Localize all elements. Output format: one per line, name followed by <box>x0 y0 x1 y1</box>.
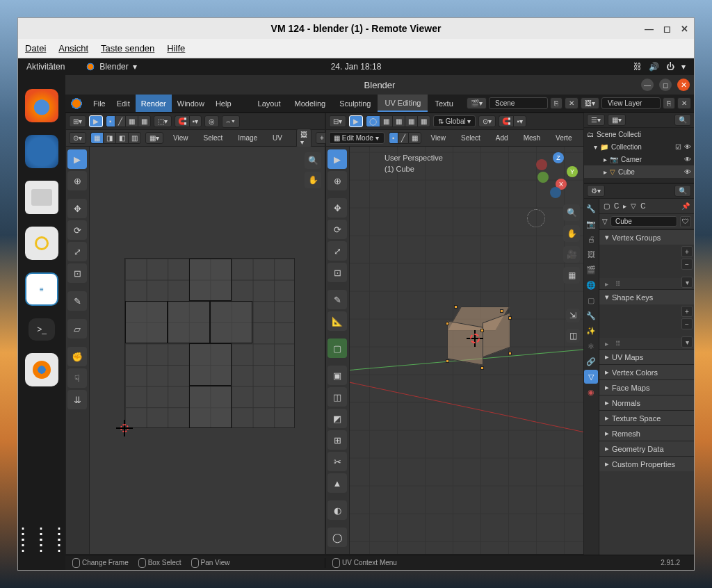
snap-mode-dropdown[interactable]: ▪▾ <box>189 115 202 127</box>
tool-annotate[interactable]: ✎ <box>67 291 87 311</box>
eye-icon[interactable]: 👁 <box>684 143 691 151</box>
tool-cursor[interactable]: ⊕ <box>67 171 87 190</box>
search-icon[interactable]: 🔍 <box>674 114 691 126</box>
prop-tab-object[interactable]: ▢ <box>584 293 598 307</box>
falloff-button-4[interactable]: ▦ <box>405 115 417 127</box>
remove-button[interactable]: − <box>681 259 693 270</box>
cube-object[interactable] <box>447 307 503 362</box>
uv-sel-vertex-button[interactable]: ▪ <box>106 115 115 127</box>
tool-transform[interactable]: ⊡ <box>67 263 87 283</box>
tool-move[interactable]: ✥ <box>67 199 87 218</box>
viewlayer-browse-button[interactable]: 🖼▾ <box>581 97 599 109</box>
dock-show-apps[interactable]: ⋮⋮⋮⋮⋮⋮⋮⋮⋮ <box>25 523 58 556</box>
section-uv-maps[interactable]: ▸UV Maps <box>599 350 694 364</box>
scene-delete-button[interactable]: ✕ <box>565 97 578 109</box>
uv-overlays-dropdown[interactable]: ▦▾ <box>145 132 163 144</box>
uv-sticky-dropdown[interactable]: ⬚▾ <box>154 115 172 127</box>
prop-tab-scene[interactable]: 🎬 <box>584 263 598 277</box>
prop-tab-tool[interactable]: 🔧 <box>584 202 598 215</box>
blender-close-button[interactable]: ✕ <box>677 79 690 91</box>
volume-icon[interactable]: 🔊 <box>649 62 659 72</box>
outliner-type-dropdown[interactable]: ☰▾ <box>587 114 605 126</box>
dock-rhythmbox[interactable] <box>25 227 58 260</box>
maximize-button[interactable]: ◻ <box>663 24 671 34</box>
pivot-dropdown[interactable]: ⊙▾ <box>69 132 86 144</box>
tool-poly-build[interactable]: ▲ <box>327 473 347 493</box>
tool-scale[interactable]: ⤢ <box>67 242 87 261</box>
section-vertex-groups[interactable]: ▾Vertex Groups <box>599 230 694 245</box>
tool-knife[interactable]: ✂ <box>327 452 347 471</box>
dock-blender[interactable] <box>25 353 58 386</box>
uv-sel-island-button[interactable]: ▦ <box>138 115 151 127</box>
outliner-item-cube[interactable]: ▸ ▽ Cube 👁 <box>584 165 694 178</box>
dock-files[interactable] <box>25 181 58 214</box>
tool-relax[interactable]: ☟ <box>67 368 87 388</box>
viewlayer-delete-button[interactable]: ✕ <box>677 97 691 109</box>
falloff-button[interactable]: ◯ <box>366 115 380 127</box>
dock-writer[interactable]: ≡ <box>25 272 58 306</box>
pin-icon[interactable]: 📌 <box>681 202 690 210</box>
shield-icon[interactable]: 🛡 <box>680 216 691 227</box>
section-geometry-data[interactable]: ▸Geometry Data <box>599 441 694 456</box>
prop-tab-material[interactable]: ◉ <box>584 385 598 399</box>
falloff-button-2[interactable]: ▦ <box>380 115 392 127</box>
properties-type-dropdown[interactable]: ⚙▾ <box>587 185 605 197</box>
camera-view-icon[interactable]: 🎥 <box>563 246 580 263</box>
falloff-button-5[interactable]: ▦ <box>417 115 430 127</box>
menu-file[interactable]: File <box>88 95 111 112</box>
section-normals[interactable]: ▸Normals <box>599 395 694 410</box>
image-browse-button[interactable]: 🖼▾ <box>296 129 312 148</box>
orientation-dropdown[interactable]: ⇅ Global ▾ <box>433 115 476 127</box>
close-button[interactable]: ✕ <box>681 24 688 34</box>
outliner-item-camera[interactable]: ▸ 📷 Camer 👁 <box>584 153 694 165</box>
tool-cursor[interactable]: ⊕ <box>327 171 347 190</box>
tab-sculpting[interactable]: Sculpting <box>332 95 378 112</box>
blender-minimize-button[interactable]: — <box>641 79 654 91</box>
section-face-maps[interactable]: ▸Face Maps <box>599 380 694 395</box>
menu-ansicht[interactable]: Ansicht <box>58 43 88 54</box>
tool-pinch[interactable]: ⇊ <box>67 390 87 409</box>
topbar-app-menu[interactable]: Blender ▾ <box>86 62 136 72</box>
proportional-toggle[interactable]: ◎ <box>204 115 219 127</box>
uv-sel-edge-button[interactable]: ╱ <box>115 115 125 127</box>
outliner-collection[interactable]: ▾ 📁 Collection ☑ 👁 <box>584 140 694 153</box>
scene-name-field[interactable]: Scene <box>489 97 548 109</box>
tab-texture-paint[interactable]: Textu <box>428 95 460 112</box>
editor-type-dropdown[interactable]: ⊟▾ <box>329 115 346 127</box>
nav-gizmo[interactable]: Z Y X <box>536 152 578 194</box>
pivot-dropdown[interactable]: ⊙▾ <box>478 115 496 127</box>
section-remesh[interactable]: ▸Remesh <box>599 426 694 441</box>
uv-menu-uv[interactable]: UV <box>267 130 288 146</box>
uv-editor-canvas[interactable]: ▶ ⊕ ✥ ⟳ ⤢ ⊡ ✎ ▱ ✊ <box>66 147 325 554</box>
zoom-icon[interactable]: 🔍 <box>305 152 321 169</box>
tab-modeling[interactable]: Modeling <box>288 95 333 112</box>
tool-transform[interactable]: ⊡ <box>327 263 347 282</box>
snap-dropdown[interactable]: ▪▾ <box>513 115 526 127</box>
tool-loop-cut[interactable]: ⊞ <box>327 430 347 450</box>
mesh-select-face[interactable]: ▦ <box>408 132 421 144</box>
viewlayer-name-field[interactable]: View Layer <box>601 97 661 109</box>
menu-window[interactable]: Window <box>172 95 210 112</box>
prop-tab-constraints[interactable]: 🔗 <box>584 354 598 368</box>
eye-icon[interactable]: 👁 <box>684 156 691 163</box>
prop-tab-viewlayer[interactable]: 🖼 <box>584 247 598 261</box>
specials-dropdown[interactable]: ▾ <box>681 277 693 288</box>
menu-hilfe[interactable]: Hilfe <box>167 43 185 54</box>
snap-toggle[interactable]: 🧲 <box>175 115 189 127</box>
prop-tab-data[interactable]: ▽ <box>584 370 598 384</box>
editor-type-dropdown[interactable]: ⊞▾ <box>69 115 86 127</box>
proportional-falloff[interactable]: ⌢▾ <box>222 115 240 128</box>
section-shape-keys[interactable]: ▾Shape Keys <box>599 290 694 304</box>
tool-measure[interactable]: 📐 <box>327 311 347 331</box>
prop-tab-particles[interactable]: ✨ <box>584 324 598 338</box>
uv-menu-view[interactable]: View <box>168 130 194 146</box>
tool-spin[interactable]: ◐ <box>327 500 347 520</box>
datablock-name-field[interactable]: Cube <box>610 216 677 227</box>
pan-icon[interactable]: ✋ <box>563 225 580 242</box>
menu-taste-senden[interactable]: Taste senden <box>101 43 154 54</box>
uv-select-mode-sync[interactable]: ▶ <box>89 115 103 127</box>
remove-button[interactable]: − <box>681 318 693 329</box>
specials-dropdown[interactable]: ▾ <box>681 336 693 348</box>
falloff-button-3[interactable]: ▦ <box>392 115 405 127</box>
scene-browse-button[interactable]: 🎬▾ <box>467 97 487 109</box>
